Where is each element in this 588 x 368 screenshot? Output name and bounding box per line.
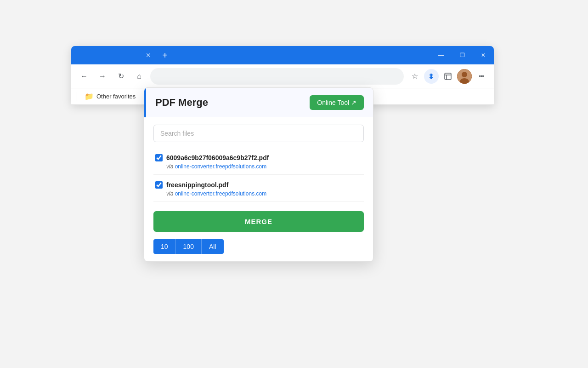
search-input[interactable]: [153, 125, 364, 142]
online-tool-button[interactable]: Online Tool ↗: [310, 95, 364, 110]
file-via-link-2[interactable]: online-converter.freepdfsolutions.com: [175, 190, 266, 197]
popup-title: PDF Merge: [155, 97, 310, 109]
toolbar-right: ☆: [407, 69, 488, 84]
popup-body: 6009a6c9b27f06009a6c9b27f2.pdf via onlin…: [144, 117, 373, 261]
maximize-button[interactable]: ❐: [452, 46, 473, 64]
svg-point-4: [462, 72, 467, 77]
avatar-image: [457, 69, 472, 84]
more-button[interactable]: ···: [474, 69, 488, 84]
inactive-tab[interactable]: ✕: [76, 48, 158, 63]
close-button[interactable]: ✕: [473, 46, 494, 64]
address-bar[interactable]: [150, 68, 404, 85]
svg-rect-0: [445, 73, 451, 80]
file-via-link-1[interactable]: online-converter.freepdfsolutions.com: [175, 163, 266, 170]
file-checkbox-1[interactable]: [155, 154, 163, 161]
file-item-2: freesnippingtool.pdf via online-converte…: [153, 177, 364, 202]
browser-toolbar: ← → ↻ ⌂ ☆: [71, 64, 494, 88]
file-via-1: via online-converter.freepdfsolutions.co…: [155, 163, 362, 170]
favorites-icon[interactable]: ☆: [407, 69, 422, 84]
new-tab-button[interactable]: +: [158, 49, 171, 62]
refresh-button[interactable]: ↻: [113, 69, 128, 84]
minimize-button[interactable]: —: [430, 46, 452, 64]
other-favorites-label: Other favorites: [96, 93, 136, 100]
online-tool-label: Online Tool ↗: [317, 99, 356, 106]
title-bar: ✕ + — ❐ ✕: [71, 46, 494, 64]
file-via-2: via online-converter.freepdfsolutions.co…: [155, 190, 362, 197]
back-button[interactable]: ←: [77, 69, 91, 84]
file-item-1: 6009a6c9b27f06009a6c9b27f2.pdf via onlin…: [153, 150, 364, 175]
extensions-icon[interactable]: [424, 69, 439, 84]
pdf-merge-popup: PDF Merge Online Tool ↗ 6009a6c9b27f0600…: [144, 87, 373, 262]
favorites-bar-icon[interactable]: [441, 69, 455, 84]
favorites-divider: [77, 92, 77, 101]
window-controls: — ❐ ✕: [430, 46, 494, 64]
file-checkbox-2[interactable]: [155, 181, 163, 189]
pagination: 10 100 All: [153, 239, 364, 254]
file-name-2: freesnippingtool.pdf: [166, 181, 228, 189]
file-name-1: 6009a6c9b27f06009a6c9b27f2.pdf: [166, 154, 269, 161]
forward-button[interactable]: →: [95, 69, 110, 84]
other-favorites-item[interactable]: 📁 Other favorites: [81, 90, 139, 103]
page-all-button[interactable]: All: [201, 239, 224, 254]
folder-icon: 📁: [85, 92, 94, 101]
merge-button[interactable]: MERGE: [153, 211, 364, 232]
page-100-button[interactable]: 100: [175, 239, 201, 254]
file-item-header-1: 6009a6c9b27f06009a6c9b27f2.pdf: [155, 154, 362, 161]
file-item-header-2: freesnippingtool.pdf: [155, 181, 362, 189]
popup-header: PDF Merge Online Tool ↗: [144, 88, 373, 117]
page-10-button[interactable]: 10: [153, 239, 175, 254]
tab-close-icon[interactable]: ✕: [144, 51, 153, 60]
user-avatar[interactable]: [457, 69, 472, 84]
home-button[interactable]: ⌂: [132, 69, 147, 84]
tab-bar: ✕ +: [76, 46, 171, 64]
